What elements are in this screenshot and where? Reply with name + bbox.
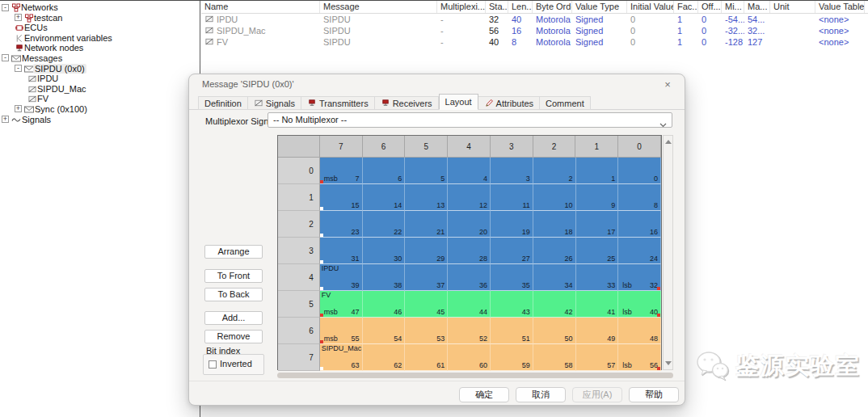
table-cell[interactable]: 8 (508, 36, 533, 48)
collapse-icon[interactable]: - (2, 4, 9, 11)
bit-cell[interactable]: 15 (320, 184, 363, 211)
table-cell[interactable]: -128 (722, 36, 744, 48)
bit-cell[interactable]: 3 (491, 158, 533, 184)
bit-cell[interactable]: 2 (533, 158, 576, 184)
table-cell[interactable]: 1 (674, 14, 698, 25)
bit-cell[interactable]: 12 (448, 184, 491, 211)
bit-cell[interactable]: lsb40 (618, 291, 661, 318)
expand-icon[interactable]: + (15, 14, 22, 21)
bit-cell[interactable]: 1 (576, 158, 619, 184)
bit-cell[interactable]: 18 (533, 211, 576, 238)
bit-cell[interactable]: 51 (491, 318, 533, 344)
bit-cell[interactable]: 38 (363, 264, 406, 291)
bit-cell[interactable]: 46 (363, 291, 406, 318)
bit-cell[interactable]: 6 (363, 158, 406, 184)
table-cell[interactable]: 32... (744, 25, 770, 36)
to-back-button[interactable]: To Back (204, 288, 263, 301)
tree-item-network-nodes[interactable]: Network nodes (0, 43, 200, 53)
bit-cell[interactable]: 5 (405, 158, 448, 184)
table-cell[interactable]: 1 (674, 36, 698, 48)
expand-icon[interactable]: + (15, 105, 22, 112)
table-cell[interactable]: SIPDU (320, 25, 437, 36)
tree-item-sipdu-0x0[interactable]: -SIPDU (0x0) (0, 64, 200, 74)
table-cell[interactable]: 0 (627, 36, 674, 48)
bit-cell[interactable]: 50 (533, 318, 576, 344)
bit-cell[interactable]: 53 (405, 318, 448, 344)
tab-signals[interactable]: Signals (248, 96, 301, 110)
table-cell[interactable]: <none> (815, 25, 865, 36)
table-cell[interactable]: Motorola (533, 14, 572, 25)
table-cell[interactable] (770, 14, 815, 25)
bit-cell[interactable]: 9 (576, 184, 619, 211)
bit-cell[interactable]: 25 (576, 238, 619, 264)
table-cell[interactable]: 1 (674, 25, 698, 36)
table-cell[interactable]: Signed (572, 14, 627, 25)
bit-cell[interactable]: 61 (405, 344, 448, 371)
bit-cell[interactable]: 36 (448, 264, 491, 291)
bit-cell[interactable]: 41 (576, 291, 619, 318)
table-cell[interactable]: SIPDU_Mac (201, 25, 320, 36)
bit-cell[interactable]: 28 (448, 238, 491, 264)
table-cell[interactable]: 0 (698, 14, 722, 25)
bit-cell[interactable]: 20 (448, 211, 491, 238)
tree-item-sipdu-mac[interactable]: SIPDU_Mac (0, 84, 200, 95)
horizontal-scrollbar[interactable] (277, 373, 673, 378)
table-cell[interactable]: 127 (744, 36, 770, 48)
tab-definition[interactable]: Definition (198, 96, 248, 110)
scroll-down-icon[interactable] (665, 361, 672, 365)
bit-cell[interactable]: 43 (491, 291, 533, 318)
bit-cell[interactable]: 14 (363, 184, 406, 211)
arrange-button[interactable]: Arrange (204, 245, 263, 259)
table-cell[interactable]: IPDU (201, 14, 320, 25)
remove-button[interactable]: Remove (204, 330, 263, 343)
tab-attributes[interactable]: Attributes (478, 96, 540, 110)
tree-item-signals[interactable]: +Signals (0, 115, 200, 125)
bit-cell[interactable]: 19 (491, 211, 533, 238)
collapse-icon[interactable]: - (2, 54, 9, 61)
tree-item-ipdu[interactable]: IPDU (0, 74, 200, 84)
table-cell[interactable]: 0 (698, 25, 722, 36)
tree-item-ecus[interactable]: ECUs (0, 23, 200, 33)
table-row[interactable]: IPDUSIPDU-3240MotorolaSigned010-54...54.… (201, 14, 868, 25)
table-cell[interactable]: Motorola (533, 36, 572, 48)
bit-cell[interactable]: 30 (363, 238, 406, 264)
bit-cell[interactable]: 24 (618, 238, 661, 264)
footer-button-[interactable]: 帮助 (629, 387, 679, 402)
add-button[interactable]: Add... (204, 311, 263, 325)
bit-cell[interactable]: 22 (363, 211, 406, 238)
bit-cell[interactable]: 16 (618, 211, 661, 238)
bit-cell[interactable]: 37 (405, 264, 448, 291)
table-cell[interactable]: 54... (744, 14, 770, 25)
bit-cell[interactable]: 26 (533, 238, 576, 264)
table-cell[interactable]: <none> (815, 36, 865, 48)
bit-cell[interactable]: 49 (576, 318, 619, 344)
footer-button-a[interactable]: 应用(A) (572, 387, 622, 402)
table-cell[interactable]: Signed (572, 25, 627, 36)
multiplexor-select[interactable]: -- No Multiplexor -- (268, 112, 672, 128)
bit-cell[interactable]: 11 (491, 184, 533, 211)
tree-item-messages[interactable]: -Messages (0, 53, 200, 64)
bit-cell[interactable]: msb7 (320, 158, 363, 184)
footer-button-[interactable]: 取消 (516, 387, 566, 402)
tab-comment[interactable]: Comment (540, 96, 591, 110)
bit-cell[interactable]: 59 (491, 344, 533, 371)
table-cell[interactable]: SIPDU (320, 14, 437, 25)
bit-cell[interactable]: lsb32 (618, 264, 661, 291)
bit-cell[interactable]: 0 (618, 158, 661, 184)
bit-cell[interactable]: 48 (618, 318, 661, 344)
bit-cell[interactable]: 35 (491, 264, 533, 291)
table-cell[interactable]: -54... (722, 14, 744, 25)
table-cell[interactable]: -32... (722, 25, 744, 36)
tree-item-testcan[interactable]: +testcan (0, 13, 200, 23)
bit-cell[interactable]: 54 (363, 318, 406, 344)
table-cell[interactable]: 56 (486, 25, 508, 36)
table-cell[interactable] (770, 36, 815, 48)
footer-button-[interactable]: 确定 (459, 387, 509, 402)
collapse-icon[interactable]: - (15, 65, 22, 72)
bit-cell[interactable]: msb55 (320, 318, 363, 344)
table-cell[interactable]: - (437, 25, 486, 36)
tab-transmitters[interactable]: Transmitters (301, 96, 375, 110)
bit-cell[interactable]: 42 (533, 291, 576, 318)
bit-cell[interactable]: 13 (405, 184, 448, 211)
bit-cell[interactable]: lsb56 (618, 344, 661, 371)
